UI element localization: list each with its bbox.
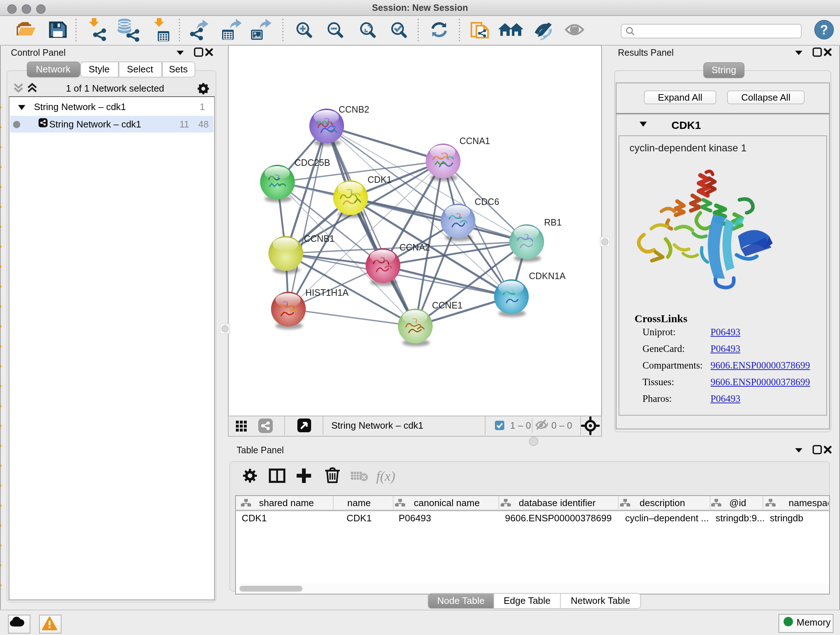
svg-text:RB1: RB1 — [544, 217, 562, 227]
svg-text:CCNA2: CCNA2 — [399, 242, 430, 252]
svg-text:shared name: shared name — [259, 497, 314, 508]
svg-text:description: description — [639, 497, 685, 508]
svg-text:f(x): f(x) — [376, 469, 395, 484]
svg-text:CDK1: CDK1 — [368, 174, 392, 185]
svg-text:CCNB2: CCNB2 — [339, 104, 369, 114]
svg-text:name: name — [347, 497, 371, 508]
svg-text:database identifier: database identifier — [519, 497, 596, 508]
svg-text:String Network – cdk1: String Network – cdk1 — [332, 420, 423, 431]
svg-text:CDKN1A: CDKN1A — [529, 271, 566, 281]
svg-text:namespac: namespac — [789, 497, 829, 508]
svg-text:CCNE1: CCNE1 — [432, 300, 463, 310]
svg-text:@id: @id — [729, 497, 746, 508]
svg-text:CDC25B: CDC25B — [294, 157, 330, 168]
svg-text:HIST1H1A: HIST1H1A — [305, 287, 349, 298]
svg-text:CCNA1: CCNA1 — [459, 136, 490, 146]
svg-text:0 – 0: 0 – 0 — [551, 420, 572, 431]
svg-text:CCNB1: CCNB1 — [304, 233, 335, 244]
svg-text:1 – 0: 1 – 0 — [510, 420, 531, 431]
svg-text:1 of 1 Network selected: 1 of 1 Network selected — [66, 83, 164, 94]
svg-text:?: ? — [820, 22, 828, 37]
svg-text:CDC6: CDC6 — [475, 196, 499, 207]
svg-text:canonical name: canonical name — [414, 497, 480, 508]
